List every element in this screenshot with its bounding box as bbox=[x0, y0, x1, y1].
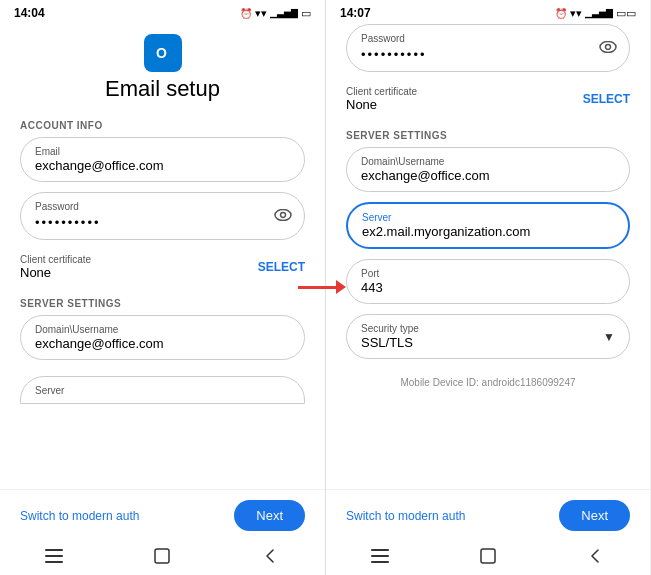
right-signal-icon: ▁▃▅▇ bbox=[585, 8, 613, 18]
left-modern-auth-link[interactable]: Switch to modern auth bbox=[20, 509, 139, 523]
svg-rect-5 bbox=[45, 555, 63, 557]
right-port-field-label: Port bbox=[361, 268, 615, 279]
password-input-wrapper[interactable]: Password •••••••••• bbox=[20, 192, 305, 240]
right-security-info: Security type SSL/TLS bbox=[361, 323, 419, 350]
client-cert-info: Client certificate None bbox=[20, 254, 91, 280]
svg-point-2 bbox=[275, 210, 291, 221]
server-partial-label: Server bbox=[35, 385, 290, 396]
account-info-label: ACCOUNT INFO bbox=[20, 120, 305, 131]
right-password-input-wrapper[interactable]: Password •••••••••• bbox=[346, 24, 630, 72]
server-settings-label: SERVER SETTINGS bbox=[20, 298, 305, 309]
right-client-cert-info: Client certificate None bbox=[346, 86, 417, 112]
right-domain-input-group: Domain\Username exchange@office.com bbox=[346, 147, 630, 192]
right-phone-panel: 14:07 ⏰ ▾▾ ▁▃▅▇ ▭▭ Password •••••••••• bbox=[325, 0, 650, 575]
wifi-icon: ▾▾ bbox=[255, 7, 267, 20]
right-status-time: 14:07 bbox=[340, 6, 371, 20]
right-server-input-group: Server ex2.mail.myorganization.com bbox=[346, 202, 630, 249]
right-wifi-icon: ▾▾ bbox=[570, 7, 582, 20]
signal-icon: ▁▃▅▇ bbox=[270, 8, 298, 18]
domain-input-wrapper[interactable]: Domain\Username exchange@office.com bbox=[20, 315, 305, 360]
left-status-time: 14:04 bbox=[14, 6, 45, 20]
partial-server-field[interactable]: Server bbox=[20, 376, 305, 404]
right-alarm-icon: ⏰ bbox=[555, 8, 567, 19]
right-port-value: 443 bbox=[361, 280, 615, 295]
right-security-label: Security type bbox=[361, 323, 419, 334]
left-next-button[interactable]: Next bbox=[234, 500, 305, 531]
right-cert-value: None bbox=[346, 97, 417, 112]
right-password-value: •••••••••• bbox=[361, 47, 427, 62]
svg-text:O: O bbox=[156, 45, 167, 61]
right-panel-content: Password •••••••••• Client certificate N… bbox=[326, 24, 650, 489]
svg-rect-7 bbox=[155, 549, 169, 563]
right-eye-toggle-icon[interactable] bbox=[599, 39, 617, 57]
svg-rect-12 bbox=[371, 561, 389, 563]
red-arrow bbox=[298, 280, 346, 294]
right-next-button[interactable]: Next bbox=[559, 500, 630, 531]
right-square-nav-icon[interactable] bbox=[477, 545, 499, 567]
right-security-value: SSL/TLS bbox=[361, 335, 419, 350]
right-menu-nav-icon[interactable] bbox=[369, 545, 391, 567]
right-server-input-wrapper[interactable]: Server ex2.mail.myorganization.com bbox=[346, 202, 630, 249]
right-cert-label: Client certificate bbox=[346, 86, 417, 97]
client-cert-row: Client certificate None SELECT bbox=[20, 250, 305, 284]
right-password-label: Password bbox=[361, 33, 615, 44]
left-nav-bar bbox=[0, 539, 325, 575]
right-back-nav-icon[interactable] bbox=[585, 545, 607, 567]
right-battery-icon: ▭▭ bbox=[616, 7, 636, 20]
menu-nav-icon[interactable] bbox=[43, 545, 65, 567]
left-bottom-bar: Switch to modern auth Next bbox=[0, 489, 325, 539]
svg-rect-4 bbox=[45, 549, 63, 551]
right-status-icons: ⏰ ▾▾ ▁▃▅▇ ▭▭ bbox=[555, 7, 636, 20]
eye-toggle-icon[interactable] bbox=[274, 207, 292, 225]
right-client-cert-row: Client certificate None SELECT bbox=[346, 82, 630, 116]
back-nav-icon[interactable] bbox=[260, 545, 282, 567]
right-bottom-bar: Switch to modern auth Next bbox=[326, 489, 650, 539]
svg-rect-13 bbox=[481, 549, 495, 563]
email-value: exchange@office.com bbox=[35, 158, 290, 173]
battery-icon: ▭ bbox=[301, 7, 311, 20]
left-panel-content: Email setup ACCOUNT INFO Email exchange@… bbox=[0, 76, 325, 489]
password-input-group: Password •••••••••• bbox=[20, 192, 305, 240]
right-server-field-label: Server bbox=[362, 212, 614, 223]
right-modern-auth-link[interactable]: Switch to modern auth bbox=[346, 509, 465, 523]
outlook-icon: O bbox=[144, 34, 182, 72]
left-phone-panel: 14:04 ⏰ ▾▾ ▁▃▅▇ ▭ O Email setup ACCOUNT … bbox=[0, 0, 325, 575]
right-domain-field-label: Domain\Username bbox=[361, 156, 615, 167]
right-password-input-group: Password •••••••••• bbox=[346, 24, 630, 72]
cert-label: Client certificate bbox=[20, 254, 91, 265]
right-security-input-wrapper[interactable]: Security type SSL/TLS ▼ bbox=[346, 314, 630, 359]
email-input-wrapper[interactable]: Email exchange@office.com bbox=[20, 137, 305, 182]
page-title: Email setup bbox=[20, 76, 305, 102]
arrow-line bbox=[298, 286, 336, 289]
device-id-area: Mobile Device ID: androidc1186099247 bbox=[346, 369, 630, 392]
left-status-icons: ⏰ ▾▾ ▁▃▅▇ ▭ bbox=[240, 7, 311, 20]
email-field-label: Email bbox=[35, 146, 290, 157]
svg-rect-11 bbox=[371, 555, 389, 557]
password-field-label: Password bbox=[35, 201, 290, 212]
chevron-down-icon: ▼ bbox=[603, 330, 615, 344]
select-cert-button[interactable]: SELECT bbox=[258, 260, 305, 274]
right-domain-input-wrapper[interactable]: Domain\Username exchange@office.com bbox=[346, 147, 630, 192]
right-server-settings-label: SERVER SETTINGS bbox=[346, 130, 630, 141]
device-id-text: Mobile Device ID: androidc1186099247 bbox=[400, 377, 575, 388]
email-input-group: Email exchange@office.com bbox=[20, 137, 305, 182]
svg-point-3 bbox=[281, 213, 286, 218]
right-port-input-group: Port 443 bbox=[346, 259, 630, 304]
domain-value: exchange@office.com bbox=[35, 336, 290, 351]
right-port-input-wrapper[interactable]: Port 443 bbox=[346, 259, 630, 304]
right-select-cert-button[interactable]: SELECT bbox=[583, 92, 630, 106]
arrow-head bbox=[336, 280, 346, 294]
password-value: •••••••••• bbox=[35, 215, 101, 230]
domain-field-label: Domain\Username bbox=[35, 324, 290, 335]
svg-rect-6 bbox=[45, 561, 63, 563]
svg-point-8 bbox=[600, 42, 616, 53]
left-status-bar: 14:04 ⏰ ▾▾ ▁▃▅▇ ▭ bbox=[0, 0, 325, 24]
square-nav-icon[interactable] bbox=[151, 545, 173, 567]
right-security-input-group: Security type SSL/TLS ▼ bbox=[346, 314, 630, 359]
app-icon-area: O bbox=[0, 24, 325, 76]
svg-rect-10 bbox=[371, 549, 389, 551]
alarm-icon: ⏰ bbox=[240, 8, 252, 19]
right-server-value: ex2.mail.myorganization.com bbox=[362, 224, 614, 239]
right-nav-bar bbox=[326, 539, 650, 575]
domain-input-group: Domain\Username exchange@office.com bbox=[20, 315, 305, 360]
